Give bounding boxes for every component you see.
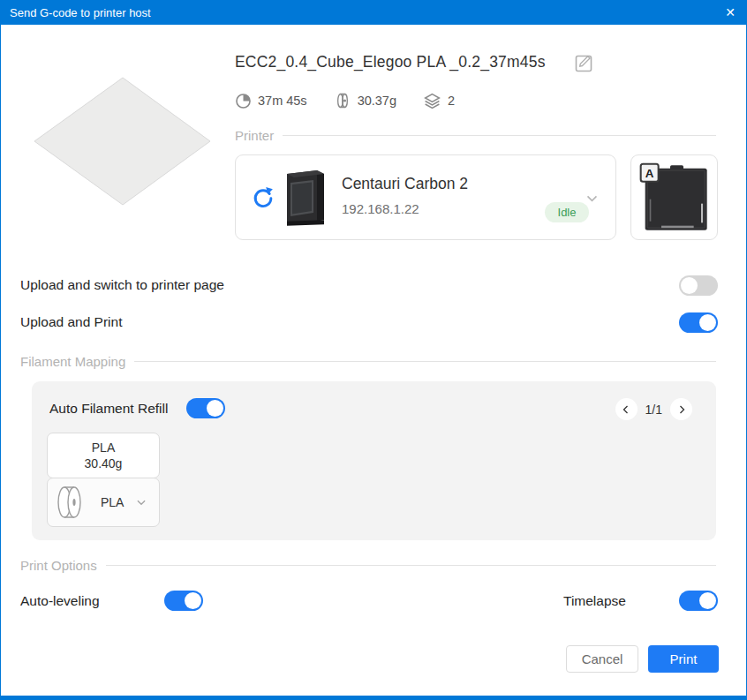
filament-spool-icon: [53, 484, 88, 521]
build-plate-button[interactable]: A: [630, 154, 718, 240]
auto-refill-toggle[interactable]: [186, 398, 225, 418]
chevron-left-icon: [621, 404, 631, 415]
printer-section-label: Printer: [235, 128, 274, 143]
slot-material: PLA: [92, 440, 115, 455]
printer-status-badge: Idle: [545, 202, 589, 222]
slot-weight: 30.40g: [85, 456, 123, 470]
gcode-preview-thumbnail: [26, 69, 215, 210]
print-options-section-header: Print Options: [20, 558, 716, 573]
pager-next-button[interactable]: [670, 398, 692, 420]
timelapse-label: Timelapse: [563, 593, 626, 609]
chevron-down-icon: [135, 496, 147, 508]
filament-mapping-label: Filament Mapping: [20, 354, 125, 369]
file-name: ECC2_0.4_Cube_Elegoo PLA _0.2_37m45s: [235, 53, 546, 72]
print-button[interactable]: Print: [648, 645, 719, 673]
window-bottom-border: [1, 696, 747, 700]
filament-slot-card: PLA 30.40g PLA: [47, 433, 160, 527]
print-time-value: 37m 45s: [258, 94, 307, 108]
pager-prev-button[interactable]: [615, 398, 638, 420]
stat-plate-count: 2: [423, 92, 455, 110]
filament-select-dropdown[interactable]: PLA: [47, 478, 160, 527]
upload-print-toggle[interactable]: [679, 312, 718, 333]
chevron-down-icon: [585, 191, 600, 206]
filament-weight-value: 30.37g: [358, 94, 396, 108]
printer-name: Centauri Carbon 2: [342, 175, 468, 193]
section-divider: [283, 135, 716, 136]
selected-filament: PLA: [101, 495, 124, 509]
filament-mapping-panel: Auto Filament Refill 1/1 PLA 30.40g: [32, 381, 716, 540]
auto-leveling-label: Auto-leveling: [20, 593, 100, 609]
filament-slot-info: PLA 30.40g: [47, 433, 160, 478]
svg-text:A: A: [645, 166, 653, 179]
upload-switch-label: Upload and switch to printer page: [20, 277, 224, 293]
gcode-stats: 37m 45s 30.37g 2: [235, 91, 481, 110]
printer-section-header: Printer: [235, 128, 716, 143]
filament-mapping-section-header: Filament Mapping: [20, 354, 716, 369]
toggle-knob: [699, 592, 716, 609]
print-options-label: Print Options: [20, 558, 97, 573]
toggle-knob: [185, 592, 201, 609]
build-plate-image: A: [639, 159, 710, 237]
timelapse-toggle[interactable]: [679, 591, 718, 611]
edit-filename-icon[interactable]: [573, 51, 596, 74]
printer-photo: [278, 167, 331, 230]
printer-select-dropdown[interactable]: Centauri Carbon 2 192.168.1.22 Idle: [235, 154, 616, 240]
section-divider: [134, 361, 716, 362]
filament-spool-icon: [334, 92, 351, 109]
toggle-knob: [699, 314, 716, 331]
printer-ip: 192.168.1.22: [342, 201, 419, 216]
cancel-button[interactable]: Cancel: [566, 645, 638, 673]
auto-refill-label: Auto Filament Refill: [49, 401, 168, 417]
refresh-printers-icon[interactable]: [251, 185, 275, 210]
toggle-knob: [681, 277, 698, 294]
toggle-knob: [207, 400, 223, 417]
chevron-right-icon: [676, 404, 687, 415]
stat-filament-weight: 30.37g: [334, 92, 396, 109]
send-gcode-dialog: Send G-code to printer host ✕ ECC2_0.4_C…: [0, 0, 747, 700]
stat-print-time: 37m 45s: [235, 93, 307, 109]
upload-switch-toggle[interactable]: [679, 275, 718, 296]
plate-count-value: 2: [448, 94, 455, 108]
page-indicator: 1/1: [645, 403, 662, 417]
upload-print-label: Upload and Print: [20, 314, 122, 330]
dialog-title: Send G-code to printer host: [1, 6, 151, 19]
plate-pager: 1/1: [615, 398, 692, 420]
clock-icon: [235, 93, 252, 109]
layers-icon: [423, 92, 441, 110]
titlebar: Send G-code to printer host ✕: [1, 0, 747, 25]
section-divider: [106, 565, 716, 566]
auto-leveling-toggle[interactable]: [164, 591, 203, 611]
close-icon[interactable]: ✕: [713, 0, 747, 25]
